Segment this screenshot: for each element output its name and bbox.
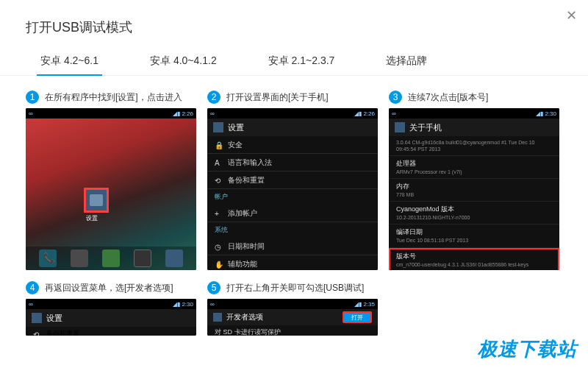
back-icon bbox=[395, 122, 405, 132]
step-text: 打开右上角开关即可勾选[USB调试] bbox=[226, 282, 364, 294]
back-icon bbox=[213, 122, 223, 132]
settings-header: 设置 bbox=[26, 309, 196, 327]
settings-header: 设置 bbox=[207, 118, 378, 136]
messages-icon bbox=[102, 250, 120, 267]
usb-debug-modal: ✕ 打开USB调试模式 安卓 4.2~6.1 安卓 4.0~4.1.2 安卓 2… bbox=[0, 0, 588, 368]
about-screen: 关于手机 3.0.64 CM-g9d16c8a build01@cyanogen… bbox=[389, 118, 559, 270]
step-text: 打开设置界面的[关于手机] bbox=[226, 91, 329, 104]
about-processor: 处理器ARMv7 Processor rev 1 (v7l) bbox=[389, 156, 559, 179]
about-build-number: 版本号cm_n7000-userdebug 4.3.1 JLS36I 01ad8… bbox=[389, 248, 559, 270]
developer-toggle: 打开 bbox=[343, 311, 372, 323]
watermark: 极速下载站 bbox=[478, 336, 577, 362]
step-5: 5 打开右上角开关即可勾选[USB调试] ∞ ◢▮ 2:35 开发者选项 打开 … bbox=[207, 281, 378, 336]
clock: 2:35 bbox=[363, 301, 375, 308]
status-icon: ∞ bbox=[29, 301, 33, 308]
close-icon[interactable]: ✕ bbox=[566, 7, 577, 24]
settings-title: 设置 bbox=[46, 313, 62, 324]
status-icon: ∞ bbox=[392, 110, 396, 117]
clock: 2:30 bbox=[545, 110, 556, 117]
developer-screen: 开发者选项 打开 对 SD 卡进行读写保护 bbox=[207, 309, 378, 336]
signal-icon: ◢▮ bbox=[354, 110, 362, 117]
clock-icon: ◷ bbox=[215, 243, 222, 250]
step-number-badge: 5 bbox=[207, 281, 220, 294]
developer-title: 开发者选项 bbox=[226, 312, 263, 322]
home-wallpaper: 设置 bbox=[26, 118, 196, 270]
about-title: 关于手机 bbox=[409, 122, 442, 133]
about-kernel: 3.0.64 CM-g9d16c8a build01@cyanogenmod #… bbox=[389, 136, 559, 156]
settings-item-add-account: +添加帐户 bbox=[207, 205, 378, 222]
signal-icon: ◢▮ bbox=[173, 110, 180, 117]
hand-icon: ✋ bbox=[215, 261, 222, 268]
clock: 2:26 bbox=[182, 110, 193, 117]
clock: 2:26 bbox=[363, 110, 375, 117]
signal-icon: ◢▮ bbox=[536, 110, 543, 117]
step-1: 1 在所有程序中找到[设置]，点击进入 ∞ ◢▮ 2:26 设置 bbox=[26, 91, 196, 270]
step-number-badge: 1 bbox=[26, 91, 39, 104]
step-text: 再返回设置菜单，选[开发者选项] bbox=[45, 282, 173, 294]
about-memory: 内存778 MB bbox=[389, 179, 559, 202]
back-icon bbox=[213, 313, 222, 322]
back-icon bbox=[32, 313, 42, 323]
backup-icon: ⟲ bbox=[215, 177, 222, 184]
tab-select-brand[interactable]: 选择品牌 bbox=[382, 47, 431, 75]
step-text: 在所有程序中找到[设置]，点击进入 bbox=[45, 91, 182, 104]
settings-item-security: 🔒安全 bbox=[207, 136, 378, 154]
step-number-badge: 2 bbox=[207, 91, 220, 104]
language-icon: A bbox=[215, 159, 222, 166]
settings-item-datetime: ◷日期和时间 bbox=[207, 238, 378, 255]
section-accounts: 帐户 bbox=[207, 189, 378, 205]
status-bar: ∞ ◢▮ 2:35 bbox=[207, 299, 378, 309]
settings-screen: 设置 🔒安全 A语言和输入法 ⟲备份和重置 帐户 +添加帐户 系统 ◷日期和时间… bbox=[207, 118, 378, 270]
status-bar: ∞ ◢▮ 2:30 bbox=[389, 108, 559, 118]
step-number-badge: 3 bbox=[389, 91, 402, 104]
signal-icon: ◢▮ bbox=[173, 301, 180, 308]
apps-icon bbox=[134, 250, 151, 267]
browser-icon bbox=[165, 250, 183, 267]
signal-icon: ◢▮ bbox=[354, 301, 362, 308]
tab-android-21-237[interactable]: 安卓 2.1~2.3.7 bbox=[265, 47, 339, 75]
settings-item-language: A语言和输入法 bbox=[207, 154, 378, 171]
settings-screen-small: 设置 ⟲备份和重置 bbox=[26, 309, 196, 336]
tab-android-40-412[interactable]: 安卓 4.0~4.1.2 bbox=[146, 47, 220, 75]
step-header: 5 打开右上角开关即可勾选[USB调试] bbox=[207, 281, 378, 294]
steps-container: 1 在所有程序中找到[设置]，点击进入 ∞ ◢▮ 2:26 设置 bbox=[0, 76, 588, 350]
step-header: 3 连续7次点击[版本号] bbox=[389, 91, 559, 104]
lock-icon: 🔒 bbox=[215, 141, 222, 149]
backup-icon: ⟲ bbox=[33, 330, 40, 336]
clock: 2:30 bbox=[182, 301, 193, 308]
modal-title: 打开USB调试模式 bbox=[0, 0, 588, 47]
settings-app-icon bbox=[85, 188, 108, 212]
step-header: 4 再返回设置菜单，选[开发者选项] bbox=[26, 281, 196, 294]
status-bar: ∞ ◢▮ 2:30 bbox=[26, 299, 196, 309]
screenshot-settings: ∞ ◢▮ 2:26 设置 🔒安全 A语言和输入法 ⟲备份和重置 帐户 +添加帐户… bbox=[207, 108, 378, 270]
step-text: 连续7次点击[版本号] bbox=[408, 91, 488, 104]
step-header: 1 在所有程序中找到[设置]，点击进入 bbox=[26, 91, 196, 104]
settings-app-label: 设置 bbox=[86, 214, 98, 222]
status-icon: ∞ bbox=[29, 110, 33, 117]
status-bar: ∞ ◢▮ 2:26 bbox=[207, 108, 378, 118]
dev-item-sd: 对 SD 卡进行读写保护 bbox=[207, 325, 378, 336]
step-number-badge: 4 bbox=[26, 281, 39, 294]
screenshot-about: ∞ ◢▮ 2:30 关于手机 3.0.64 CM-g9d16c8a build0… bbox=[389, 108, 559, 270]
settings-item-backup: ⟲备份和重置 bbox=[26, 327, 196, 336]
screenshot-settings-return: ∞ ◢▮ 2:30 设置 ⟲备份和重置 bbox=[26, 299, 196, 336]
screenshot-home: ∞ ◢▮ 2:26 设置 bbox=[26, 108, 196, 270]
developer-header: 开发者选项 打开 bbox=[207, 309, 378, 325]
about-header: 关于手机 bbox=[389, 118, 559, 136]
plus-icon: + bbox=[215, 210, 222, 217]
tab-android-42-61[interactable]: 安卓 4.2~6.1 bbox=[37, 47, 102, 75]
step-3: 3 连续7次点击[版本号] ∞ ◢▮ 2:30 关于手机 3.0.64 CM-g… bbox=[389, 91, 559, 270]
settings-title: 设置 bbox=[228, 122, 244, 133]
step-2: 2 打开设置界面的[关于手机] ∞ ◢▮ 2:26 设置 🔒安全 A语言和输入法… bbox=[207, 91, 378, 270]
phone-icon bbox=[39, 250, 57, 267]
about-cm-version: CyanogenMod 版本10.2-20131210-NIGHTLY-n700… bbox=[389, 202, 559, 224]
section-system: 系统 bbox=[207, 222, 378, 238]
dock bbox=[26, 247, 196, 270]
contacts-icon bbox=[71, 250, 88, 267]
about-build-date: 编译日期Tue Dec 10 08:51:18 PST 2013 bbox=[389, 224, 559, 247]
step-4: 4 再返回设置菜单，选[开发者选项] ∞ ◢▮ 2:30 设置 ⟲备份和重置 bbox=[26, 281, 196, 336]
status-bar: ∞ ◢▮ 2:26 bbox=[26, 108, 196, 118]
tab-bar: 安卓 4.2~6.1 安卓 4.0~4.1.2 安卓 2.1~2.3.7 选择品… bbox=[0, 47, 588, 76]
status-icon: ∞ bbox=[210, 110, 215, 117]
status-icon: ∞ bbox=[210, 301, 215, 308]
